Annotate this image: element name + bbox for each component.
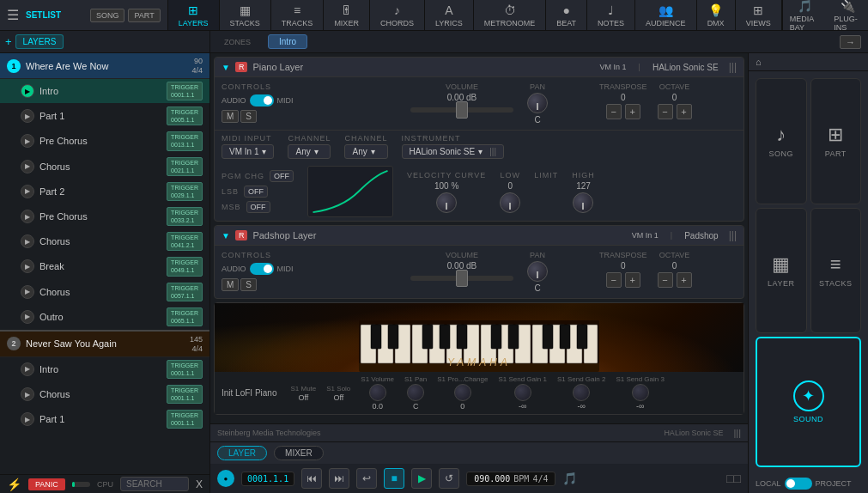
song-item-2[interactable]: 2 Never Saw You Again 145 4/4 <box>0 330 209 357</box>
mixer-tab-btn[interactable]: MIXER <box>274 446 324 460</box>
play-btn-break[interactable]: ▶ <box>21 259 34 273</box>
sub-tab-layers[interactable]: LAYERS <box>15 34 64 49</box>
octave-minus-piano[interactable]: − <box>658 104 673 119</box>
forward-button[interactable]: ⏭ <box>329 468 349 489</box>
play-btn-song2-part1[interactable]: ▶ <box>21 412 34 426</box>
play-btn-intro[interactable]: ▶ <box>21 84 34 98</box>
transpose-minus-piano[interactable]: − <box>606 104 622 119</box>
stop-button[interactable]: ■ <box>384 468 404 489</box>
home-icon[interactable]: ⌂ <box>756 57 762 67</box>
octave-plus-padshop[interactable]: + <box>677 272 692 288</box>
fader-thumb-padshop[interactable] <box>456 270 468 287</box>
pan-knob-padshop[interactable] <box>527 261 548 282</box>
tab-lyrics[interactable]: A LYRICS <box>425 0 474 30</box>
add-layer-icon[interactable]: + <box>5 35 12 48</box>
play-btn-chorus2[interactable]: ▶ <box>21 234 34 248</box>
midi-input-dropdown-piano[interactable]: VM In 1 ▾ <box>222 144 274 159</box>
tab-beat[interactable]: ● BEAT <box>546 0 587 30</box>
play-btn-prechorus1[interactable]: ▶ <box>21 134 34 148</box>
right-item-stacks[interactable]: ≡ STACKS <box>810 208 862 334</box>
channel-dropdown-piano[interactable]: Any ▾ <box>288 144 331 159</box>
part-item-part2[interactable]: ▶ Part 2 TRIGGER0029.1.1 <box>0 180 209 204</box>
part-item-outro[interactable]: ▶ Outro TRIGGER0065.1.1 <box>0 305 209 330</box>
part-item-song2-chorus[interactable]: ▶ Chorus TRIGGER0001.1.1 <box>0 382 209 407</box>
fader-track-piano[interactable] <box>410 107 513 113</box>
channel2-dropdown-piano[interactable]: Any ▾ <box>344 144 387 159</box>
tab-tracks[interactable]: ≡ TRACKS <box>271 0 325 30</box>
tab-metronome[interactable]: ⏱ METRONOME <box>474 0 547 30</box>
search-clear-icon[interactable]: X <box>196 478 203 490</box>
pan-knob-piano[interactable] <box>527 93 548 113</box>
song-button[interactable]: SONG <box>90 9 125 22</box>
msb-dropdown[interactable]: OFF <box>246 201 270 213</box>
s1-volume-knob[interactable] <box>369 384 386 401</box>
lsb-dropdown[interactable]: OFF <box>244 186 268 198</box>
tab-stacks[interactable]: ▦ STACKS <box>220 0 271 30</box>
right-item-song[interactable]: ♪ SONG <box>756 78 807 204</box>
high-knob-piano[interactable] <box>573 192 593 213</box>
panel-icons[interactable]: □□ <box>726 472 741 485</box>
back-button[interactable]: ↩ <box>356 468 377 489</box>
part-item-prechorus1[interactable]: ▶ Pre Chorus TRIGGER0013.1.1 <box>0 129 209 154</box>
part-item-chorus1[interactable]: ▶ Chorus TRIGGER0021.1.1 <box>0 155 209 180</box>
octave-minus-padshop[interactable]: − <box>658 272 673 288</box>
rewind-button[interactable]: ⏮ <box>301 468 322 489</box>
tab-notes[interactable]: ♩ NOTES <box>587 0 635 30</box>
m-button-piano[interactable]: M <box>222 110 239 123</box>
part-item-intro[interactable]: ▶ Intro TRIGGER0001.1.1 <box>0 79 209 104</box>
layer-toggle-padshop[interactable]: ▼ <box>222 231 230 240</box>
cycle-button[interactable]: ↺ <box>439 468 459 489</box>
plug-ins-button[interactable]: 🔌 PLUG-INS <box>834 0 861 32</box>
transport-position[interactable]: 0001.1.1 <box>241 472 294 486</box>
m-button-padshop[interactable]: M <box>222 278 239 291</box>
media-bay-button[interactable]: 🎵 MEDIA BAY <box>790 0 821 32</box>
transpose-plus-piano[interactable]: + <box>625 104 640 119</box>
midi-toggle-piano[interactable] <box>250 94 274 107</box>
low-knob-piano[interactable] <box>500 192 520 213</box>
midi-toggle-padshop[interactable] <box>250 263 274 275</box>
transpose-plus-padshop[interactable]: + <box>625 272 640 288</box>
tab-audience[interactable]: 👥 AUDIENCE <box>635 0 697 30</box>
part-item-break[interactable]: ▶ Break TRIGGER0049.1.1 <box>0 254 209 279</box>
play-btn-song2-intro[interactable]: ▶ <box>21 362 34 376</box>
tab-mixer[interactable]: 🎚 MIXER <box>324 0 370 30</box>
part-item-chorus3[interactable]: ▶ Chorus TRIGGER0057.1.1 <box>0 280 209 305</box>
tab-layers[interactable]: ⊞ LAYERS <box>168 0 220 30</box>
fader-thumb-piano[interactable] <box>456 101 468 119</box>
play-btn-chorus3[interactable]: ▶ <box>21 285 34 299</box>
velocity-curve-piano[interactable] <box>307 166 393 217</box>
fader-track-padshop[interactable] <box>410 276 513 281</box>
s1-pan-knob[interactable] <box>407 384 424 401</box>
velocity-knob-piano[interactable] <box>436 192 457 213</box>
layer-tab-btn[interactable]: LAYER <box>217 446 267 460</box>
play-button[interactable]: ▶ <box>411 468 432 489</box>
search-input[interactable] <box>120 477 189 491</box>
play-btn-part1[interactable]: ▶ <box>21 109 34 123</box>
panic-button[interactable]: PANIC <box>28 478 65 490</box>
play-btn-song2-chorus[interactable]: ▶ <box>21 387 34 401</box>
right-item-sound[interactable]: ✦ SOUND <box>756 337 861 467</box>
octave-plus-piano[interactable]: + <box>677 104 692 119</box>
song-item-1[interactable]: 1 Where Are We Now 90 4/4 <box>0 53 209 79</box>
flash-icon[interactable]: ⚡ <box>7 478 21 491</box>
play-btn-part2[interactable]: ▶ <box>21 185 34 198</box>
play-btn-outro[interactable]: ▶ <box>21 310 34 324</box>
arrow-button[interactable]: → <box>840 35 861 49</box>
s-button-padshop[interactable]: S <box>240 278 257 291</box>
right-item-part[interactable]: ⊞ PART <box>810 78 862 204</box>
menu-icon[interactable]: ☰ <box>7 7 19 23</box>
tab-chords[interactable]: ♪ CHORDS <box>370 0 425 30</box>
layer-toggle-piano[interactable]: ▼ <box>222 63 230 72</box>
s1-send1-knob[interactable] <box>514 384 531 401</box>
part-item-song2-intro[interactable]: ▶ Intro TRIGGER0001.1.1 <box>0 357 209 382</box>
part-button[interactable]: PART <box>128 9 160 22</box>
play-btn-prechorus2[interactable]: ▶ <box>21 210 34 223</box>
metronome-icon[interactable]: 🎵 <box>562 472 577 485</box>
instrument-dropdown-piano[interactable]: HALion Sonic SE ▾ ||| <box>402 144 505 159</box>
s-button-piano[interactable]: S <box>240 110 257 123</box>
layer-r-btn-padshop[interactable]: R <box>235 230 248 240</box>
part-item-prechorus2[interactable]: ▶ Pre Chorus TRIGGER0033.2.1 <box>0 204 209 229</box>
part-item-chorus2[interactable]: ▶ Chorus TRIGGER0041.2.1 <box>0 229 209 254</box>
transpose-minus-padshop[interactable]: − <box>606 272 622 288</box>
s1-send3-knob[interactable] <box>632 384 649 401</box>
